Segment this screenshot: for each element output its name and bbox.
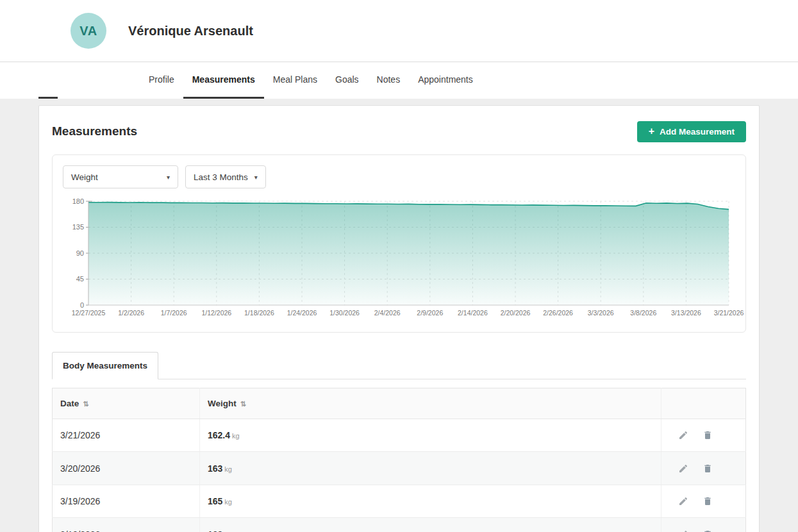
client-tabs: Profile Measurements Meal Plans Goals No… [0, 62, 798, 99]
chevron-down-icon: ▾ [167, 174, 170, 181]
tab-label: Profile [149, 74, 174, 85]
pencil-icon [678, 430, 688, 440]
tab-label: Appointments [418, 74, 473, 85]
chart-panel: Weight ▾ Last 3 Months ▾ 0459013518012/2… [52, 154, 746, 333]
trash-icon [702, 463, 713, 474]
actions-cell [661, 419, 746, 452]
tabs-left-rule [38, 97, 58, 99]
edit-button[interactable] [677, 461, 690, 474]
pencil-icon [678, 529, 688, 532]
trash-icon [702, 529, 713, 532]
svg-text:2/20/2026: 2/20/2026 [501, 309, 531, 317]
column-header-actions [661, 388, 746, 419]
tab-notes[interactable]: Notes [368, 62, 410, 99]
svg-text:45: 45 [76, 275, 84, 283]
svg-text:1/24/2026: 1/24/2026 [287, 309, 317, 317]
actions-cell [661, 452, 746, 485]
metric-select-value: Weight [71, 172, 98, 182]
svg-text:1/12/2026: 1/12/2026 [201, 309, 231, 317]
sort-icon: ⇅ [240, 400, 246, 408]
tab-label: Goals [335, 74, 359, 85]
svg-text:2/9/2026: 2/9/2026 [417, 309, 443, 317]
client-header: VA Véronique Arsenault [0, 0, 798, 62]
range-select-value: Last 3 Months [194, 172, 248, 182]
svg-text:90: 90 [76, 249, 84, 257]
weight-cell: 168kg [200, 518, 661, 532]
svg-text:12/27/2025: 12/27/2025 [72, 309, 106, 317]
svg-text:180: 180 [72, 197, 84, 205]
client-name: Véronique Arsenault [128, 24, 253, 38]
page-title: Measurements [52, 124, 137, 138]
svg-text:1/2/2026: 1/2/2026 [118, 309, 144, 317]
edit-button[interactable] [677, 429, 690, 442]
avatar: VA [71, 13, 106, 49]
svg-text:0: 0 [80, 301, 84, 309]
date-cell: 3/20/2026 [53, 452, 200, 485]
column-header-date[interactable]: Date⇅ [53, 388, 200, 419]
actions-cell [661, 485, 746, 517]
svg-text:3/21/2026: 3/21/2026 [714, 309, 744, 317]
svg-text:2/26/2026: 2/26/2026 [543, 309, 573, 317]
weight-cell: 163kg [200, 452, 661, 485]
trash-icon [702, 430, 713, 440]
table-row: 3/21/2026 162.4kg [53, 419, 746, 452]
pencil-icon [678, 496, 688, 506]
tab-meal-plans[interactable]: Meal Plans [264, 62, 326, 99]
weight-cell: 165kg [200, 485, 661, 517]
tab-appointments[interactable]: Appointments [409, 62, 482, 99]
svg-text:2/14/2026: 2/14/2026 [458, 309, 488, 317]
trash-icon [702, 496, 713, 506]
metric-select[interactable]: Weight ▾ [63, 165, 178, 188]
svg-text:3/8/2026: 3/8/2026 [630, 309, 656, 317]
tab-label: Meal Plans [273, 74, 317, 85]
svg-text:1/18/2026: 1/18/2026 [244, 309, 274, 317]
table-header-row: Date⇅ Weight⇅ [53, 388, 746, 419]
delete-button[interactable] [701, 495, 714, 508]
svg-text:1/30/2026: 1/30/2026 [329, 309, 360, 317]
svg-text:3/13/2026: 3/13/2026 [671, 309, 701, 317]
date-cell: 3/21/2026 [53, 419, 200, 452]
date-cell: 3/18/2026 [53, 518, 200, 532]
date-cell: 3/19/2026 [53, 485, 200, 517]
tab-profile[interactable]: Profile [140, 62, 183, 99]
delete-button[interactable] [701, 461, 714, 474]
measurements-table-body: 3/21/2026 162.4kg 3/20/2026 163kg 3/19/2… [53, 419, 746, 532]
chevron-down-icon: ▾ [254, 174, 258, 181]
table-row: 3/20/2026 163kg [53, 452, 746, 485]
tab-label: Notes [377, 74, 401, 85]
range-select[interactable]: Last 3 Months ▾ [185, 165, 266, 188]
plus-icon: + [649, 126, 654, 137]
tab-label: Measurements [192, 74, 255, 85]
page-body: Measurements + Add Measurement Weight ▾ … [0, 99, 798, 532]
add-measurement-button[interactable]: + Add Measurement [637, 121, 746, 142]
table-row: 3/18/2026 168kg [53, 518, 746, 532]
tab-goals[interactable]: Goals [326, 62, 368, 99]
svg-text:3/3/2026: 3/3/2026 [588, 309, 614, 317]
delete-button[interactable] [701, 528, 714, 532]
column-header-weight[interactable]: Weight⇅ [200, 388, 661, 419]
tab-body-measurements[interactable]: Body Measurements [52, 352, 158, 379]
delete-button[interactable] [701, 429, 714, 442]
sort-icon: ⇅ [83, 400, 88, 408]
weight-chart: 0459013518012/27/20251/2/20261/7/20261/1… [63, 196, 738, 322]
edit-button[interactable] [677, 495, 690, 508]
pencil-icon [678, 463, 688, 474]
svg-text:1/7/2026: 1/7/2026 [161, 309, 187, 317]
add-measurement-label: Add Measurement [660, 127, 735, 137]
measurements-table: Date⇅ Weight⇅ 3/21/2026 162.4kg 3/20/2 [52, 388, 746, 532]
edit-button[interactable] [677, 528, 690, 532]
body-measurements-tabbar: Body Measurements [52, 352, 746, 379]
svg-text:2/4/2026: 2/4/2026 [374, 309, 401, 317]
tab-measurements[interactable]: Measurements [183, 62, 264, 99]
svg-text:135: 135 [72, 223, 84, 231]
measurements-card: Measurements + Add Measurement Weight ▾ … [38, 105, 760, 532]
actions-cell [661, 518, 746, 532]
weight-cell: 162.4kg [200, 419, 661, 452]
table-row: 3/19/2026 165kg [53, 485, 746, 517]
